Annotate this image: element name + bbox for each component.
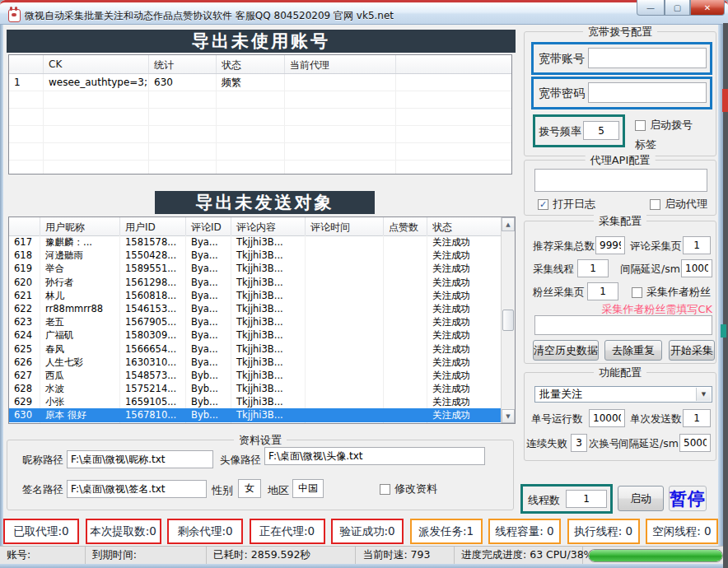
counter-box: 派发任务:1 [410, 519, 483, 544]
minimize-button[interactable]: — [637, 0, 665, 16]
per-send-count-field[interactable] [683, 409, 711, 427]
region-label: 地区 [268, 483, 289, 498]
collect-threads-field[interactable] [577, 259, 609, 277]
col-header-proxy[interactable]: 当前代理 [285, 55, 396, 73]
per-account-runs-field[interactable] [589, 409, 625, 427]
nickname-path-field[interactable] [67, 450, 213, 468]
cell-status: 关注成功 [427, 342, 502, 356]
cell-time [306, 342, 384, 356]
col-header-status[interactable]: 状态 [427, 217, 502, 235]
counter-box: 空闲线程: 0 [646, 519, 718, 544]
table-row[interactable]: 618 河邊聽雨 1550428... Bya... Tkjjhi3B... 关… [9, 249, 502, 262]
window-title: 微视自动采集批量关注和动态作品点赞协议软件 客服QQ 804520209 官网 … [25, 9, 394, 23]
table-row[interactable]: 629 小张 1659105... Byb... Tkjjhi3B... 关注成… [9, 395, 502, 408]
col-header-index[interactable] [9, 55, 44, 73]
cell-index: 619 [9, 262, 40, 275]
chevron-down-icon: ▼ [696, 388, 711, 401]
start-dial-checkbox[interactable]: 启动拨号 [635, 118, 693, 133]
cell-likes [384, 302, 427, 315]
cell-comment: Tkjjhi3B... [231, 302, 306, 315]
cell-likes [384, 395, 427, 408]
close-button[interactable]: ✕ [690, 0, 725, 16]
cell-commentid: Bya... [186, 276, 231, 289]
signature-path-field[interactable] [67, 480, 207, 498]
scroll-down-button[interactable]: ▼ [502, 409, 515, 423]
cell-time [306, 395, 384, 408]
table-row[interactable]: 623 老五 1567905... Bya... Tkjjhi3B... 关注成… [9, 315, 502, 328]
cell-userid: 1567905... [120, 315, 186, 328]
broadband-password-field[interactable] [588, 82, 707, 103]
table-row[interactable]: 624 广福矶 1580309... Bya... Tkjjhi3B... 关注… [9, 328, 502, 342]
vertical-scrollbar[interactable]: ▲ ▼ [501, 217, 515, 423]
cell-likes [384, 262, 427, 275]
cell-index: 628 [9, 382, 40, 395]
modify-profile-checkbox[interactable]: 修改资料 [380, 482, 437, 496]
cell-time [306, 369, 384, 382]
cell-nickname: 老五 [40, 315, 120, 328]
scrollbar-thumb[interactable] [502, 310, 514, 331]
col-header-count[interactable]: 统计 [149, 55, 217, 73]
table-row[interactable]: 626 人生七彩 1630310... Bya... Tkjjhi3B... 关… [9, 356, 502, 369]
cell-time [306, 289, 384, 302]
cell-commentid: Bya... [186, 342, 231, 356]
col-header-time[interactable]: 评论时间 [306, 217, 384, 235]
interval-delay-field[interactable] [681, 259, 712, 277]
dedupe-button[interactable]: 去除重复 [604, 340, 662, 361]
cell-nickname: 小张 [40, 395, 120, 408]
start-button[interactable]: 启动 [618, 486, 664, 511]
cell-time [306, 356, 384, 369]
scroll-up-button[interactable]: ▲ [502, 217, 515, 231]
start-collect-button[interactable]: 开始采集 [669, 340, 715, 361]
gender-field[interactable] [238, 479, 261, 498]
clear-history-button[interactable]: 清空历史数据 [533, 340, 599, 361]
table-row[interactable]: 625 春风 1566654... Bya... Tkjjhi3B... 关注成… [9, 342, 502, 356]
table-row[interactable]: 619 举合 1589551... Bya... Tkjjhi3B... 关注成… [9, 262, 502, 275]
comment-pages-field[interactable] [683, 236, 711, 254]
col-header-status[interactable]: 状态 [217, 55, 285, 73]
avatar-path-field[interactable] [264, 447, 485, 465]
progress-area [583, 549, 723, 562]
table-row[interactable]: 1 wesee_authtype=3; we... 630 频繁 [9, 74, 511, 91]
col-header-ck[interactable]: CK [44, 55, 149, 73]
thread-count-field[interactable] [566, 490, 607, 508]
table-row[interactable]: 620 孙行者 1561298... Bya... Tkjjhi3B... 关注… [9, 276, 502, 289]
cell-nickname: 水波 [40, 382, 120, 395]
table-row[interactable]: 627 西瓜 1548573... Byb... Tkjjhi3B... 关注成… [9, 369, 502, 382]
table-row[interactable]: 631 回味 1581... Byb... Tkjjhi3B... 关注成功 [9, 422, 502, 423]
recommend-total-field[interactable] [595, 236, 625, 254]
start-proxy-checkbox[interactable]: 启动代理 [650, 197, 707, 212]
app-icon [8, 9, 21, 22]
cell-commentid: Bya... [186, 302, 231, 315]
fans-pages-field[interactable] [587, 282, 618, 300]
proxy-api-input[interactable] [534, 169, 707, 192]
col-header-index[interactable] [9, 217, 40, 235]
col-header-likes[interactable]: 点赞数 [384, 217, 427, 235]
collect-author-fans-checkbox[interactable]: 采集作者粉丝 [632, 285, 711, 300]
interval-delay2-field[interactable] [679, 434, 711, 452]
table-row[interactable]: 628 水波 1575214... Byb... Tkjjhi3B... 关注成… [9, 382, 502, 395]
region-field[interactable] [292, 479, 324, 498]
cell-comment: Tkjjhi3B... [231, 382, 306, 395]
table-row[interactable]: 630 原本 很好 1567810... Byb... Tkjjhi3B... … [9, 408, 502, 421]
col-header-commentid[interactable]: 评论ID [186, 217, 231, 235]
checkbox-box: ✓ [538, 199, 548, 210]
fail-count-field[interactable] [571, 434, 587, 452]
maximize-button[interactable]: ▢ [665, 0, 690, 16]
col-header-comment[interactable]: 评论内容 [231, 217, 306, 235]
pause-button[interactable]: 暂停 [669, 486, 707, 511]
counter-box: 已取代理:0 [3, 519, 79, 544]
col-header-nickname[interactable]: 用户昵称 [40, 217, 120, 235]
table-row[interactable]: 622 rr88mmrr88 1546153... Bya... Tkjjhi3… [9, 302, 502, 315]
start-proxy-label: 启动代理 [665, 197, 707, 212]
open-log-checkbox[interactable]: ✓ 打开日志 [538, 197, 595, 212]
cell-comment: Tkjjhi3B... [231, 328, 306, 342]
broadband-title: 宽带拨号配置 [583, 25, 657, 40]
collect-extra-input[interactable] [534, 315, 712, 335]
col-header-userid[interactable]: 用户ID [120, 217, 186, 235]
dial-frequency-field[interactable] [583, 121, 619, 140]
table-row[interactable]: 621 林儿 1560818... Bya... Tkjjhi3B... 关注成… [9, 289, 502, 302]
table-row[interactable]: 617 豫麒麟：... 1581578... Bya... Tkjjhi3B..… [9, 235, 502, 249]
targets-table-header: 用户昵称 用户ID 评论ID 评论内容 评论时间 点赞数 状态 [9, 217, 515, 236]
mode-select[interactable]: 批量关注 ▼ [534, 386, 712, 403]
broadband-account-field[interactable] [588, 48, 707, 68]
